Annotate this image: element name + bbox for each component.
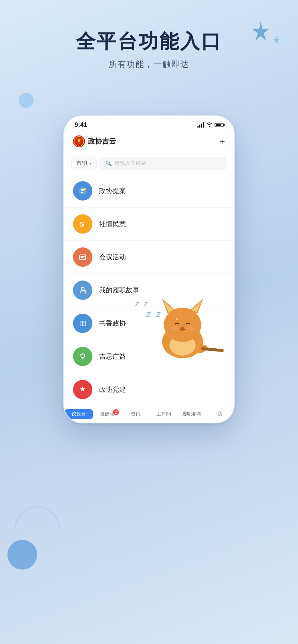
wifi-icon [206, 122, 212, 128]
menu-label-idea: 吉思广益 [99, 352, 126, 361]
tab-lvzhi[interactable]: 履职参考 [178, 409, 206, 419]
menu-icon-social: S [73, 214, 92, 234]
menu-label-social: 社情民意 [99, 220, 126, 228]
tab-label-me: 我 [218, 411, 222, 417]
phone-mockup: 9:41 [63, 115, 235, 423]
add-button[interactable]: + [219, 136, 225, 147]
svg-point-29 [176, 318, 178, 320]
svg-point-28 [187, 326, 194, 331]
status-time: 9:41 [74, 121, 87, 129]
menu-label-story: 我的履职故事 [99, 286, 139, 295]
bg-decoration-circle-small [19, 93, 34, 108]
app-name: 政协吉云 [88, 137, 116, 146]
hero-subtitle: 所有功能，一触即达 [0, 59, 298, 70]
tab-bar: 议政台 2 微建议 资讯 工作间 履职参考 我 [64, 406, 234, 423]
svg-text:S: S [80, 221, 84, 228]
svg-point-10 [81, 287, 84, 290]
signal-icon [197, 122, 204, 128]
status-bar: 9:41 [64, 116, 234, 132]
menu-label-meeting: 会议活动 [99, 253, 126, 262]
svg-point-30 [185, 317, 186, 318]
svg-point-26 [181, 327, 184, 329]
tab-label-gongzuojian: 工作间 [156, 411, 171, 417]
svg-rect-32 [201, 347, 224, 353]
location-select[interactable]: 市/县 ▾ [72, 157, 96, 170]
app-logo-emblem [73, 135, 85, 147]
svg-point-18 [81, 354, 85, 358]
location-label: 市/县 [76, 160, 88, 167]
search-icon: 🔍 [105, 160, 112, 166]
fox-mascot [142, 284, 224, 366]
tab-yizheng[interactable]: 议政台 [65, 409, 93, 419]
tab-label-lvzhi: 履职参考 [182, 411, 202, 417]
search-area: 市/县 ▾ 🔍 请输入关键字 [64, 152, 234, 174]
menu-icon-book [73, 314, 92, 333]
menu-label-book: 书香政协 [99, 319, 126, 328]
tab-badge-weijianyi: 2 [113, 409, 119, 415]
menu-icon-meeting [73, 247, 92, 267]
bg-decoration-circle-blue [7, 540, 37, 570]
menu-icon-party [73, 380, 92, 399]
menu-icon-proposal [73, 181, 92, 201]
tab-zixun[interactable]: 资讯 [122, 409, 150, 419]
menu-icon-story [73, 281, 92, 300]
battery-icon [215, 123, 224, 127]
hero-title: 全平台功能入口 [0, 30, 298, 53]
tab-gongzuojian[interactable]: 工作间 [150, 409, 178, 419]
phone-body: 9:41 [63, 115, 235, 423]
svg-point-27 [171, 326, 178, 331]
menu-label-party: 政协党建 [99, 385, 126, 394]
tab-weijianyi[interactable]: 2 微建议 [93, 409, 121, 419]
tab-label-yizheng: 议政台 [72, 411, 86, 417]
menu-item-proposal[interactable]: 政协提案 [64, 174, 234, 208]
menu-icon-idea [73, 347, 92, 366]
menu-item-party[interactable]: 政协党建 [64, 373, 234, 406]
search-placeholder-text: 请输入关键字 [115, 160, 146, 167]
hero-section: 全平台功能入口 所有功能，一触即达 [0, 30, 298, 70]
menu-item-meeting[interactable]: 会议活动 [64, 241, 234, 274]
menu-item-social[interactable]: S 社情民意 [64, 208, 234, 241]
app-logo: 政协吉云 [73, 135, 116, 147]
status-icons [197, 122, 224, 128]
zzz-text-2: z z [146, 309, 162, 319]
zzz-text: z z [135, 299, 149, 308]
menu-label-proposal: 政协提案 [99, 186, 126, 195]
tab-label-zixun: 资讯 [131, 411, 140, 417]
search-input-box[interactable]: 🔍 请输入关键字 [100, 157, 226, 170]
chevron-down-icon: ▾ [90, 161, 92, 166]
app-header: 政协吉云 + [64, 132, 234, 152]
svg-point-21 [164, 308, 201, 342]
tab-me[interactable]: 我 [206, 409, 234, 419]
